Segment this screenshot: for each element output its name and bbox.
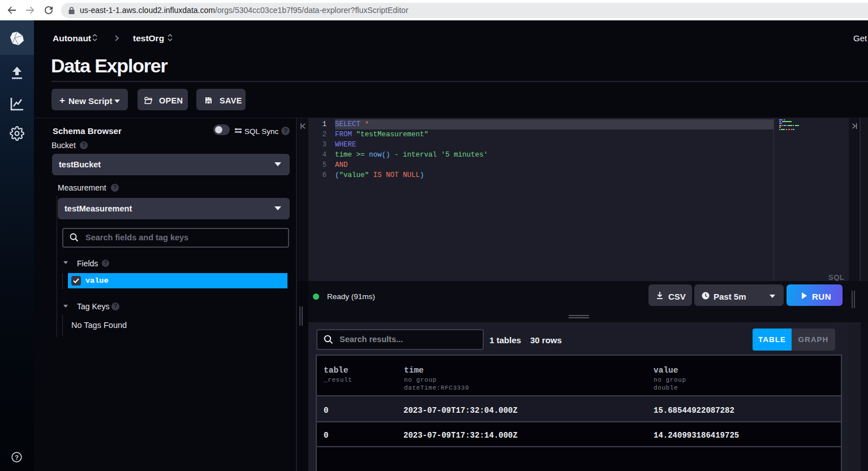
svg-text:?: ? xyxy=(15,454,19,461)
